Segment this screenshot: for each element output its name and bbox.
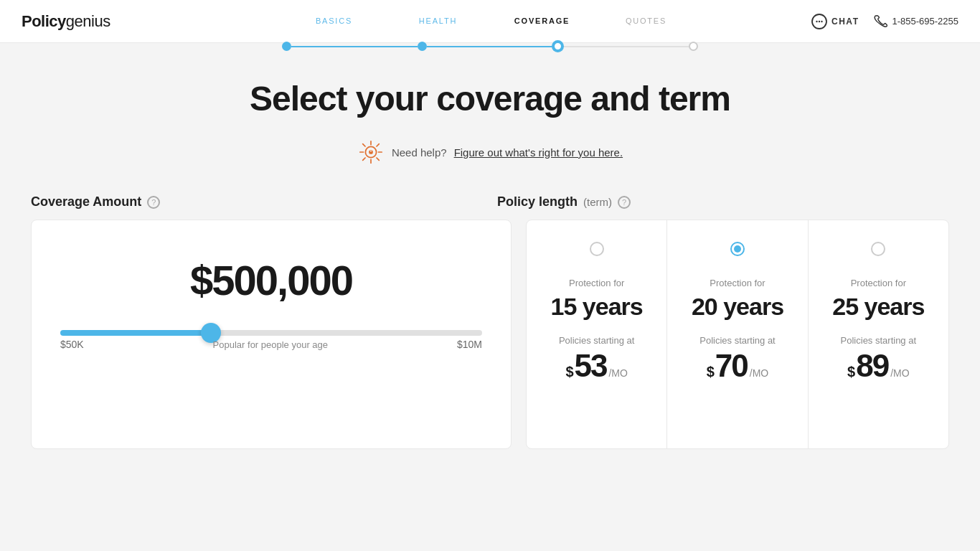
svg-point-2	[819, 20, 820, 22]
help-link[interactable]: Figure out what's right for you here.	[454, 146, 623, 159]
amount-20yr: 70	[715, 350, 748, 382]
protection-for-20yr: Protection for	[710, 278, 765, 288]
coverage-amount-info-icon[interactable]: ?	[147, 196, 160, 209]
coverage-amount-label: Coverage Amount	[31, 194, 141, 209]
svg-point-3	[821, 20, 822, 22]
mo-20yr: /MO	[750, 367, 768, 379]
price-25yr: $ 89 /MO	[847, 350, 910, 382]
policy-length-panel: Protection for 15 years Policies startin…	[526, 220, 949, 449]
help-prefix: Need help?	[392, 146, 447, 159]
policy-radio-20yr	[730, 242, 745, 256]
nav-line-3	[562, 46, 689, 47]
coverage-amount-panel: $500,000 $50K Popular for people your ag…	[31, 220, 512, 449]
nav-dot-quotes	[689, 42, 698, 51]
help-sun-icon	[357, 138, 385, 166]
logo[interactable]: Policygenius	[22, 12, 110, 31]
amount-15yr: 53	[575, 350, 607, 382]
policy-length-label: Policy length	[497, 194, 578, 209]
header-contact: CHAT 1-855-695-2255	[811, 14, 958, 29]
coverage-amount-header: Coverage Amount ?	[31, 194, 483, 209]
chat-button[interactable]: CHAT	[811, 14, 859, 29]
dollar-25yr: $	[847, 364, 855, 380]
mo-15yr: /MO	[608, 367, 627, 379]
nav-dot-basics	[282, 42, 291, 51]
slider-container: $50K Popular for people your age $10M	[60, 326, 482, 350]
nav-step-health[interactable]: HEALTH	[386, 17, 490, 25]
nav-line-2	[427, 46, 553, 47]
chat-icon	[811, 14, 827, 29]
starting-at-15yr: Policies starting at	[559, 335, 635, 346]
slider-max-label: $10M	[457, 339, 482, 350]
policy-radio-15yr	[590, 242, 604, 256]
years-20yr: 20 years	[692, 293, 783, 321]
years-25yr: 25 years	[832, 293, 924, 321]
policy-length-sublabel: (term)	[583, 196, 612, 208]
nav-dot-health	[418, 42, 427, 51]
price-20yr: $ 70 /MO	[707, 350, 769, 382]
main-content: Select your coverage and term Need help?…	[0, 43, 980, 478]
header: Policygenius BASICS HEALTH COVERAGE QUOT…	[0, 0, 980, 43]
protection-for-25yr: Protection for	[851, 278, 906, 288]
starting-at-25yr: Policies starting at	[841, 335, 917, 346]
svg-line-10	[377, 158, 379, 160]
slider-popular-label: Popular for people your age	[213, 339, 328, 350]
mo-25yr: /MO	[890, 367, 909, 379]
policy-length-header: Policy length (term) ?	[483, 194, 949, 209]
nav-step-quotes[interactable]: QUOTES	[594, 17, 698, 25]
svg-line-11	[377, 144, 379, 146]
phone-label: 1-855-695-2255	[892, 16, 958, 27]
policy-radio-25yr	[871, 242, 885, 256]
protection-for-15yr: Protection for	[569, 278, 624, 288]
policy-option-15yr[interactable]: Protection for 15 years Policies startin…	[527, 220, 667, 448]
logo-text: Policygenius	[22, 12, 110, 30]
svg-point-14	[370, 151, 372, 152]
svg-point-1	[816, 20, 817, 22]
nav-wrapper: BASICS HEALTH COVERAGE QUOTES	[282, 0, 698, 51]
dollar-15yr: $	[565, 364, 573, 380]
policy-option-25yr[interactable]: Protection for 25 years Policies startin…	[809, 220, 948, 448]
nav-step-coverage[interactable]: COVERAGE	[490, 17, 594, 25]
nav-labels: BASICS HEALTH COVERAGE QUOTES	[282, 0, 698, 42]
page-title: Select your coverage and term	[250, 79, 730, 118]
nav-step-basics[interactable]: BASICS	[282, 17, 386, 25]
coverage-section: $500,000 $50K Popular for people your ag…	[31, 220, 949, 449]
starting-at-20yr: Policies starting at	[699, 335, 776, 346]
nav-dot-coverage	[553, 42, 562, 51]
policy-option-20yr[interactable]: Protection for 20 years Policies startin…	[667, 220, 808, 448]
help-row: Need help? Figure out what's right for y…	[357, 138, 623, 166]
slider-min-label: $50K	[60, 339, 84, 350]
nav-progress-bar	[282, 42, 698, 51]
coverage-amount-value: $500,000	[190, 256, 352, 304]
years-15yr: 15 years	[551, 293, 643, 321]
svg-line-12	[363, 158, 365, 160]
policy-length-info-icon[interactable]: ?	[618, 196, 631, 209]
nav-line-1	[291, 46, 418, 47]
section-headers: Coverage Amount ? Policy length (term) ?	[31, 194, 949, 209]
phone-button[interactable]: 1-855-695-2255	[873, 14, 958, 29]
svg-line-9	[363, 144, 365, 146]
price-15yr: $ 53 /MO	[565, 350, 628, 382]
amount-25yr: 89	[856, 350, 888, 382]
coverage-slider[interactable]	[60, 330, 482, 336]
dollar-20yr: $	[707, 364, 715, 380]
chat-label: CHAT	[831, 17, 859, 27]
phone-icon	[873, 14, 887, 29]
